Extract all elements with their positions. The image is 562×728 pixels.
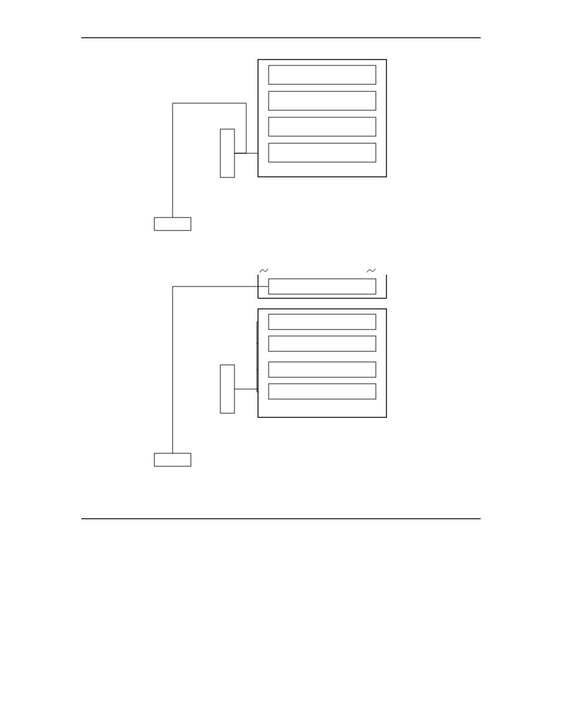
diagram-top: [154, 60, 386, 230]
slot-card: [269, 362, 376, 377]
bus-connector-far: [154, 218, 191, 230]
slot-card: [269, 384, 376, 399]
slot-card: [269, 117, 376, 136]
diagram-bottom: [154, 269, 386, 466]
slot-card: [269, 91, 376, 110]
bus-connector-far: [154, 453, 191, 466]
wire: [173, 103, 246, 153]
slot-card: [269, 336, 376, 351]
bus-connector-near: [220, 129, 234, 177]
diagram-canvas: [0, 0, 562, 728]
slot-card: [269, 65, 376, 84]
slot-card: [269, 143, 376, 162]
bus-connector-near: [220, 365, 234, 413]
slot-card: [269, 279, 376, 294]
slot-card: [269, 314, 376, 330]
